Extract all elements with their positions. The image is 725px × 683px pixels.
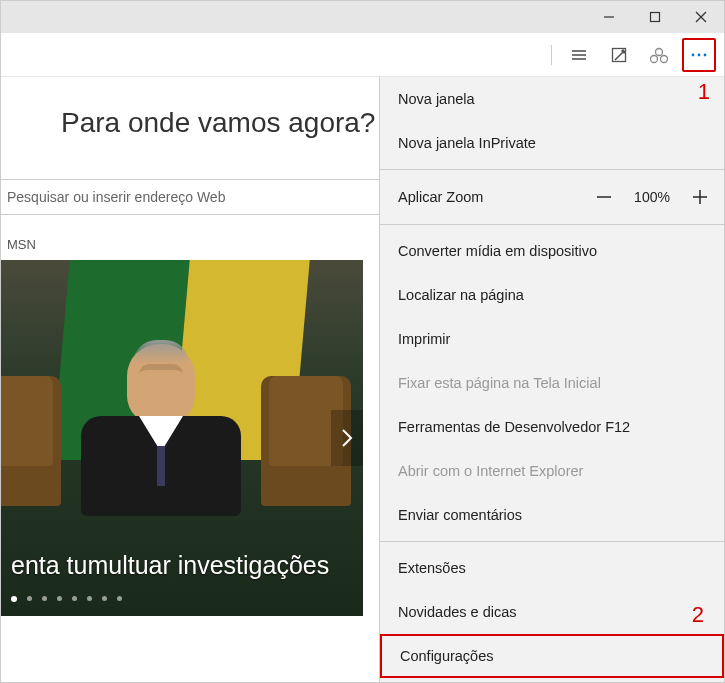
svg-point-15 [704, 53, 707, 56]
share-icon[interactable] [642, 38, 676, 72]
menu-extensions[interactable]: Extensões [380, 546, 724, 590]
reading-list-icon[interactable] [562, 38, 596, 72]
menu-separator [380, 541, 724, 542]
svg-point-11 [651, 55, 658, 62]
menu-news-tips[interactable]: Novidades e dicas [380, 590, 724, 634]
pagination-dot[interactable] [27, 596, 32, 601]
hero-person [81, 344, 241, 516]
menu-zoom: Aplicar Zoom 100% [380, 174, 724, 220]
plus-icon [691, 188, 709, 206]
menu-settings[interactable]: Configurações [380, 634, 724, 678]
pagination-dot[interactable] [11, 596, 17, 602]
svg-point-13 [692, 53, 695, 56]
pagination-dot[interactable] [102, 596, 107, 601]
close-button[interactable] [678, 1, 724, 33]
menu-find[interactable]: Localizar na página [380, 273, 724, 317]
pagination-dot[interactable] [117, 596, 122, 601]
hero-decorative [1, 376, 61, 506]
menu-devtools[interactable]: Ferramentas de Desenvolvedor F12 [380, 405, 724, 449]
zoom-out-button[interactable] [590, 183, 618, 211]
menu-new-inprivate[interactable]: Nova janela InPrivate [380, 121, 724, 165]
menu-separator [380, 224, 724, 225]
news-hero[interactable]: enta tumultuar investigações [1, 260, 363, 616]
search-placeholder: Pesquisar ou inserir endereço Web [7, 189, 225, 205]
minimize-button[interactable] [586, 1, 632, 33]
zoom-controls: 100% [590, 183, 714, 211]
hero-pagination[interactable] [11, 596, 122, 602]
svg-point-10 [656, 48, 663, 55]
more-button[interactable] [682, 38, 716, 72]
svg-rect-1 [651, 13, 660, 22]
zoom-label: Aplicar Zoom [398, 189, 483, 205]
chevron-right-icon [341, 428, 353, 448]
svg-point-14 [698, 53, 701, 56]
toolbar [1, 33, 724, 77]
menu-cast[interactable]: Converter mídia em dispositivo [380, 229, 724, 273]
window-titlebar [1, 1, 724, 33]
menu-open-ie: Abrir com o Internet Explorer [380, 449, 724, 493]
pagination-dot[interactable] [72, 596, 77, 601]
svg-point-12 [661, 55, 668, 62]
menu-new-window[interactable]: Nova janela [380, 77, 724, 121]
pagination-dot[interactable] [57, 596, 62, 601]
pagination-dot[interactable] [42, 596, 47, 601]
toolbar-divider [551, 45, 552, 65]
zoom-value: 100% [632, 189, 672, 205]
more-menu: Nova janela Nova janela InPrivate Aplica… [379, 77, 724, 682]
menu-pin: Fixar esta página na Tela Inicial [380, 361, 724, 405]
hero-next-button[interactable] [331, 410, 363, 466]
maximize-button[interactable] [632, 1, 678, 33]
menu-feedback[interactable]: Enviar comentários [380, 493, 724, 537]
note-icon[interactable] [602, 38, 636, 72]
hero-headline: enta tumultuar investigações [11, 551, 353, 580]
menu-print[interactable]: Imprimir [380, 317, 724, 361]
pagination-dot[interactable] [87, 596, 92, 601]
zoom-in-button[interactable] [686, 183, 714, 211]
more-icon [689, 45, 709, 65]
minus-icon [595, 188, 613, 206]
menu-separator [380, 169, 724, 170]
